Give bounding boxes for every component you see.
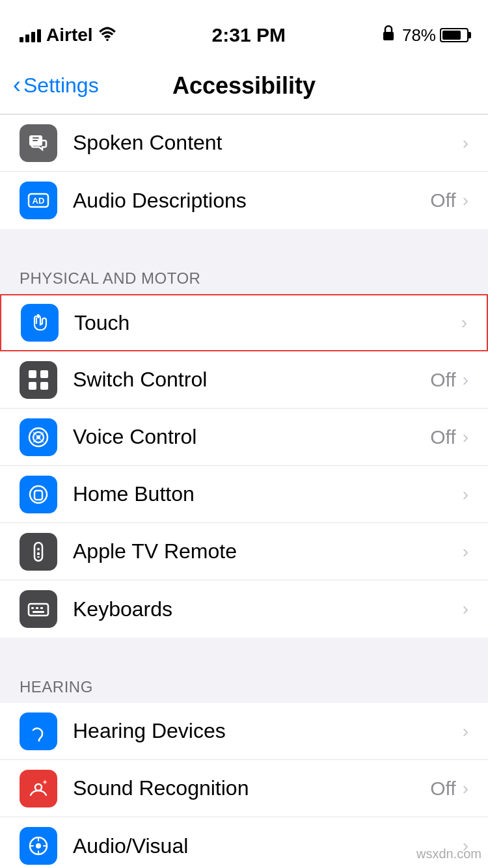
watermark: wsxdn.com bbox=[416, 847, 481, 861]
back-label: Settings bbox=[23, 74, 99, 98]
apple-tv-remote-icon bbox=[20, 533, 57, 571]
svg-rect-17 bbox=[37, 556, 40, 558]
audio-descriptions-content: Audio DescriptionsOff› bbox=[73, 189, 468, 213]
voice-control-label: Voice Control bbox=[73, 425, 197, 449]
touch-icon bbox=[21, 304, 59, 342]
switch-control-label: Switch Control bbox=[73, 368, 207, 392]
hearing-devices-content: Hearing Devices› bbox=[73, 719, 468, 743]
svg-rect-5 bbox=[29, 370, 36, 378]
sound-recognition-chevron-icon: › bbox=[463, 778, 468, 799]
status-time: 2:31 PM bbox=[212, 24, 286, 46]
home-button-label: Home Button bbox=[73, 482, 195, 506]
svg-rect-21 bbox=[40, 607, 43, 609]
section-gap bbox=[0, 638, 488, 661]
svg-rect-16 bbox=[37, 552, 40, 555]
row-voice-control[interactable]: Voice ControlOff› bbox=[0, 409, 488, 466]
sound-recognition-content: Sound RecognitionOff› bbox=[73, 776, 468, 800]
row-home-button[interactable]: Home Button› bbox=[0, 466, 488, 523]
svg-rect-8 bbox=[40, 382, 48, 390]
battery-indicator: 78% bbox=[402, 25, 468, 46]
carrier-label: Airtel bbox=[46, 25, 93, 46]
hearing-devices-label: Hearing Devices bbox=[73, 719, 226, 743]
home-button-chevron-icon: › bbox=[463, 484, 468, 505]
status-bar: Airtel 2:31 PM 78% bbox=[0, 0, 488, 57]
svg-rect-18 bbox=[29, 604, 48, 616]
wifi-icon bbox=[98, 25, 116, 46]
audio-visual-label: Audio/Visual bbox=[73, 834, 188, 858]
svg-point-25 bbox=[35, 784, 42, 791]
back-chevron-icon: ‹ bbox=[13, 72, 21, 99]
status-right: 78% bbox=[381, 25, 468, 46]
svg-rect-13 bbox=[34, 491, 42, 500]
switch-control-value: Off bbox=[430, 369, 455, 391]
audio-descriptions-right: Off› bbox=[430, 189, 468, 211]
spoken-content-content: Spoken Content› bbox=[73, 131, 468, 155]
section-header-hearing: HEARING bbox=[0, 661, 488, 703]
settings-list-hearing: Hearing Devices›Sound RecognitionOff›Aud… bbox=[0, 703, 488, 868]
audio-descriptions-value: Off bbox=[430, 189, 455, 211]
row-audio-descriptions[interactable]: ADAudio DescriptionsOff› bbox=[0, 172, 488, 229]
keyboards-icon bbox=[20, 590, 57, 628]
audio-visual-icon bbox=[20, 827, 57, 865]
apple-tv-remote-right: › bbox=[463, 541, 468, 562]
svg-rect-14 bbox=[34, 543, 42, 561]
audio-descriptions-chevron-icon: › bbox=[463, 190, 468, 211]
lock-icon bbox=[381, 25, 396, 46]
svg-point-15 bbox=[37, 548, 40, 550]
hearing-devices-icon bbox=[20, 712, 57, 750]
settings-group-vision-top: Spoken Content›ADAudio DescriptionsOff› bbox=[0, 115, 488, 229]
apple-tv-remote-label: Apple TV Remote bbox=[73, 539, 237, 563]
page-title: Accessibility bbox=[172, 72, 316, 100]
switch-control-icon bbox=[20, 361, 57, 399]
svg-rect-7 bbox=[29, 382, 36, 390]
nav-bar: ‹ Settings Accessibility bbox=[0, 57, 488, 115]
settings-group-physical-motor: PHYSICAL AND MOTORTouch›Switch ControlOf… bbox=[0, 252, 488, 638]
spoken-content-right: › bbox=[463, 133, 468, 154]
row-sound-recognition[interactable]: Sound RecognitionOff› bbox=[0, 760, 488, 817]
battery-fill bbox=[442, 31, 461, 40]
switch-control-content: Switch ControlOff› bbox=[73, 368, 468, 392]
svg-point-0 bbox=[106, 39, 109, 41]
sound-recognition-value: Off bbox=[430, 778, 455, 800]
svg-point-11 bbox=[36, 435, 40, 439]
svg-rect-1 bbox=[383, 32, 394, 40]
hearing-devices-chevron-icon: › bbox=[463, 721, 468, 742]
switch-control-chevron-icon: › bbox=[463, 370, 468, 390]
voice-control-right: Off› bbox=[430, 426, 468, 448]
apple-tv-remote-chevron-icon: › bbox=[463, 541, 468, 562]
spoken-content-label: Spoken Content bbox=[73, 131, 223, 155]
settings-list-physical-motor: Touch›Switch ControlOff›Voice ControlOff… bbox=[0, 294, 488, 638]
section-header-physical-motor: PHYSICAL AND MOTOR bbox=[0, 252, 488, 294]
row-switch-control[interactable]: Switch ControlOff› bbox=[0, 351, 488, 409]
voice-control-content: Voice ControlOff› bbox=[73, 425, 468, 449]
audio-visual-content: Audio/Visual› bbox=[73, 834, 468, 858]
home-button-content: Home Button› bbox=[73, 482, 468, 506]
settings-list-vision-top: Spoken Content›ADAudio DescriptionsOff› bbox=[0, 115, 488, 229]
svg-rect-19 bbox=[31, 607, 34, 609]
row-keyboards[interactable]: Keyboards› bbox=[0, 580, 488, 638]
svg-point-23 bbox=[38, 739, 40, 741]
svg-rect-6 bbox=[40, 370, 48, 378]
audio-descriptions-icon: AD bbox=[20, 182, 57, 219]
back-button[interactable]: ‹ Settings bbox=[13, 73, 99, 99]
svg-rect-22 bbox=[33, 611, 44, 613]
svg-text:AD: AD bbox=[33, 196, 45, 206]
settings-group-hearing: HEARINGHearing Devices›Sound Recognition… bbox=[0, 661, 488, 868]
audio-descriptions-label: Audio Descriptions bbox=[73, 189, 247, 213]
battery-percentage: 78% bbox=[402, 25, 436, 46]
row-spoken-content[interactable]: Spoken Content› bbox=[0, 115, 488, 172]
status-left: Airtel bbox=[20, 25, 116, 46]
svg-rect-20 bbox=[36, 607, 38, 609]
row-hearing-devices[interactable]: Hearing Devices› bbox=[0, 703, 488, 760]
signal-icon bbox=[20, 28, 41, 42]
sound-recognition-icon bbox=[20, 770, 57, 807]
row-touch[interactable]: Touch› bbox=[0, 294, 488, 351]
row-audio-visual[interactable]: Audio/Visual› bbox=[0, 817, 488, 868]
battery-icon bbox=[440, 28, 468, 42]
keyboards-label: Keyboards bbox=[73, 597, 172, 621]
keyboards-right: › bbox=[463, 599, 468, 619]
row-apple-tv-remote[interactable]: Apple TV Remote› bbox=[0, 523, 488, 580]
touch-content: Touch› bbox=[74, 311, 467, 335]
touch-chevron-icon: › bbox=[461, 312, 467, 333]
voice-control-icon bbox=[20, 418, 57, 456]
